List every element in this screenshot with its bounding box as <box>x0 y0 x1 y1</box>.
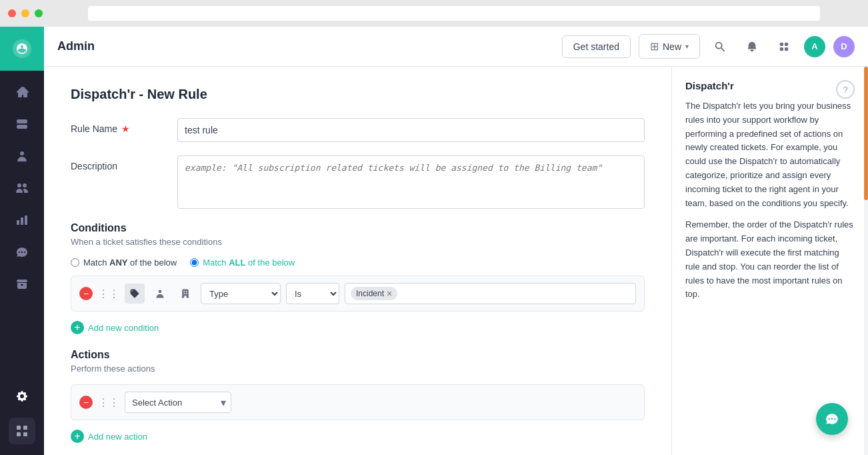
notifications-button[interactable] <box>740 35 764 59</box>
condition-icon-tag[interactable] <box>125 284 145 304</box>
action-select[interactable]: Select Action <box>125 392 231 413</box>
remove-action-button[interactable]: − <box>79 396 93 409</box>
match-all-option[interactable]: Match ALL of the below <box>190 258 295 268</box>
sidebar-item-team[interactable] <box>9 175 35 201</box>
tag-remove-button[interactable]: × <box>387 288 392 299</box>
match-options: Match ANY of the below Match ALL of the … <box>71 258 645 268</box>
user-avatar-d[interactable]: D <box>833 36 855 57</box>
svg-rect-2 <box>23 426 27 430</box>
sidebar-item-apps[interactable] <box>9 418 35 444</box>
actions-section: Actions Perform these actions − ⋮⋮ Selec… <box>71 349 645 447</box>
right-panel-para1: The Dispatch'r lets you bring your busin… <box>685 99 855 210</box>
sidebar-item-reports[interactable] <box>9 207 35 234</box>
action-row: − ⋮⋮ Select Action ▾ <box>71 384 645 420</box>
svg-rect-3 <box>17 432 21 436</box>
action-drag-handle[interactable]: ⋮⋮ <box>98 396 119 409</box>
svg-point-0 <box>13 39 31 58</box>
scrollbar-track <box>864 67 868 455</box>
search-button[interactable] <box>708 35 732 59</box>
condition-row: − ⋮⋮ Type <box>71 276 645 312</box>
sidebar <box>0 27 44 455</box>
conditions-section: Conditions When a ticket satisfies these… <box>71 222 645 338</box>
description-label: Description <box>71 155 177 171</box>
header-actions: Get started ⊞ New ▾ A <box>562 34 855 59</box>
apps-button[interactable] <box>772 35 796 59</box>
svg-rect-1 <box>17 426 21 430</box>
top-header: Admin Get started ⊞ New ▾ A <box>44 27 868 67</box>
sidebar-item-help[interactable] <box>9 271 35 298</box>
condition-tag-input[interactable]: Incident × <box>345 283 636 304</box>
main-area: Dispatch'r - New Rule Rule Name ★ Descri… <box>44 67 868 455</box>
description-input[interactable] <box>177 155 645 209</box>
conditions-title: Conditions <box>71 222 645 234</box>
user-avatar-a[interactable]: A <box>804 36 825 57</box>
match-any-radio[interactable] <box>71 258 79 267</box>
add-condition-button[interactable]: + Add new condition <box>71 317 645 338</box>
rule-name-input[interactable] <box>177 118 645 142</box>
maximize-dot[interactable] <box>35 9 43 17</box>
content-area: Dispatch'r - New Rule Rule Name ★ Descri… <box>44 67 671 455</box>
titlebar <box>0 0 868 27</box>
condition-operator-select[interactable]: Is <box>286 283 339 304</box>
rule-name-label: Rule Name ★ <box>71 118 177 134</box>
description-row: Description <box>71 155 645 209</box>
condition-tag: Incident × <box>351 287 397 300</box>
conditions-subtitle: When a ticket satisfies these conditions <box>71 237 645 247</box>
right-panel: Dispatch'r ? The Dispatch'r lets you bri… <box>671 67 868 455</box>
new-button[interactable]: ⊞ New ▾ <box>639 34 700 59</box>
close-dot[interactable] <box>8 9 16 17</box>
get-started-button[interactable]: Get started <box>562 35 631 58</box>
add-condition-icon: + <box>71 321 84 334</box>
sidebar-item-home[interactable] <box>9 79 35 105</box>
remove-condition-button[interactable]: − <box>79 287 93 300</box>
action-select-wrapper: Select Action ▾ <box>125 392 231 413</box>
sidebar-item-settings[interactable] <box>9 383 35 410</box>
right-panel-para2: Remember, the order of the Dispatch'r ru… <box>685 218 855 302</box>
chat-button[interactable] <box>816 403 848 435</box>
url-bar[interactable] <box>88 6 820 21</box>
actions-title: Actions <box>71 349 645 361</box>
header-admin-title: Admin <box>57 39 562 53</box>
condition-icon-company[interactable] <box>175 284 195 304</box>
page-title: Dispatch'r - New Rule <box>71 87 645 102</box>
condition-icon-person[interactable] <box>150 284 170 304</box>
drag-handle[interactable]: ⋮⋮ <box>98 288 119 300</box>
sidebar-item-contacts[interactable] <box>9 143 35 169</box>
rule-name-row: Rule Name ★ <box>71 118 645 142</box>
sidebar-logo[interactable] <box>0 27 44 71</box>
sidebar-item-chat[interactable] <box>9 239 35 266</box>
sidebar-bottom <box>9 380 35 455</box>
scrollbar-thumb[interactable] <box>864 67 868 200</box>
app-layout: Admin Get started ⊞ New ▾ A <box>0 27 868 455</box>
match-any-option[interactable]: Match ANY of the below <box>71 258 177 268</box>
minimize-dot[interactable] <box>21 9 29 17</box>
actions-subtitle: Perform these actions <box>71 364 645 374</box>
add-action-button[interactable]: + Add new action <box>71 426 645 447</box>
sidebar-item-tickets[interactable] <box>9 111 35 137</box>
right-panel-title: Dispatch'r <box>685 80 855 91</box>
help-icon[interactable]: ? <box>836 80 855 99</box>
condition-type-select[interactable]: Type <box>201 283 281 304</box>
add-action-icon: + <box>71 430 84 443</box>
required-star: ★ <box>121 123 130 134</box>
match-all-radio[interactable] <box>190 258 199 267</box>
svg-rect-4 <box>23 432 27 436</box>
